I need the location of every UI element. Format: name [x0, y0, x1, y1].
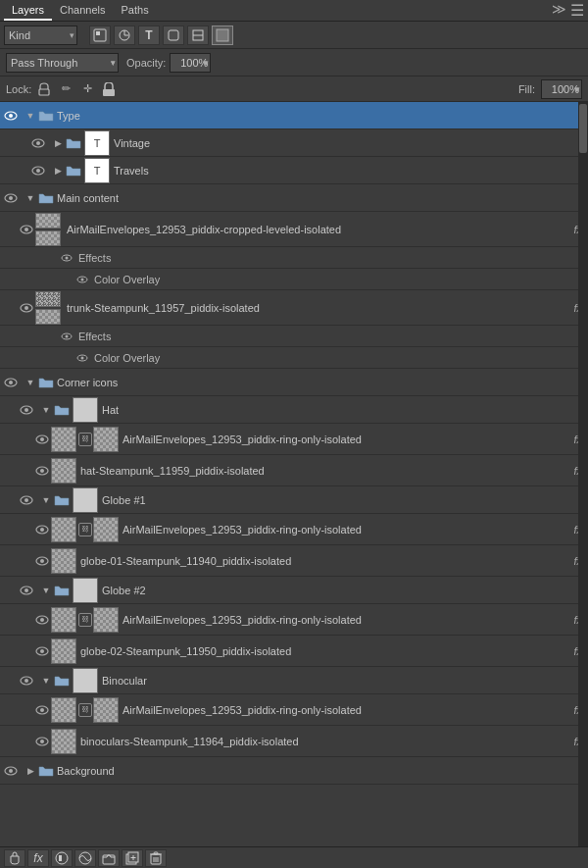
filter-active-icon[interactable] — [212, 26, 233, 45]
overlay-eye-icon[interactable] — [74, 272, 90, 287]
collapse-arrow[interactable]: ▼ — [24, 378, 37, 387]
layer-name: Hat — [102, 404, 586, 416]
create-group-button[interactable] — [98, 849, 120, 867]
collapse-arrow[interactable]: ▶ — [51, 166, 65, 176]
lock-image-icon[interactable]: ✏ — [57, 80, 74, 98]
layer-row[interactable]: AirMailEnvelopes_12953_piddix-cropped-le… — [0, 212, 588, 247]
folder-icon — [37, 107, 55, 125]
panel-options-icon[interactable]: ≫ — [552, 1, 566, 20]
add-style-button[interactable]: fx — [27, 849, 49, 867]
collapse-arrow[interactable]: ▶ — [51, 138, 65, 148]
visibility-toggle[interactable] — [18, 667, 35, 693]
color-overlay-row[interactable]: Color Overlay — [0, 269, 588, 290]
layer-row[interactable]: trunk-Steampunk_11957_piddix-isolated fx — [0, 290, 588, 326]
layer-thumbnail — [35, 213, 61, 229]
collapse-arrow[interactable]: ▼ — [39, 495, 53, 505]
filter-adjustment-icon[interactable] — [114, 26, 135, 45]
layer-name: trunk-Steampunk_11957_piddix-isolated — [67, 302, 571, 314]
collapse-arrow[interactable]: ▼ — [24, 193, 37, 203]
link-layers-button[interactable] — [4, 849, 25, 867]
visibility-toggle[interactable] — [33, 604, 51, 635]
layer-row[interactable]: ▼ Globe #1 — [0, 486, 588, 514]
opacity-input[interactable] — [170, 53, 211, 73]
new-layer-button[interactable] — [122, 849, 143, 867]
effects-eye-icon[interactable] — [59, 250, 74, 266]
tab-channels[interactable]: Channels — [52, 1, 113, 21]
svg-rect-3 — [169, 30, 178, 40]
visibility-toggle[interactable] — [18, 290, 35, 325]
visibility-toggle[interactable] — [2, 757, 20, 784]
layer-row[interactable]: ▼ Main content — [0, 184, 588, 212]
filter-shape-icon[interactable] — [163, 26, 184, 45]
visibility-toggle[interactable] — [33, 424, 51, 454]
visibility-toggle[interactable] — [33, 455, 51, 485]
visibility-toggle[interactable] — [2, 102, 20, 128]
lock-position-icon[interactable]: ✛ — [78, 80, 96, 98]
layer-thumbnail — [73, 578, 98, 603]
tab-paths[interactable]: Paths — [114, 1, 157, 21]
lock-all-icon[interactable] — [100, 80, 118, 98]
layer-row[interactable]: ▼ Binocular — [0, 667, 588, 694]
visibility-toggle[interactable] — [33, 636, 51, 666]
visibility-toggle[interactable] — [33, 545, 51, 576]
add-mask-button[interactable] — [51, 849, 73, 867]
visibility-toggle[interactable] — [29, 157, 47, 183]
layer-row[interactable]: ⛓ AirMailEnvelopes_12953_piddix-ring-onl… — [0, 514, 588, 545]
collapse-arrow[interactable]: ▼ — [39, 586, 53, 595]
kind-select[interactable]: Kind — [4, 26, 77, 45]
layer-row[interactable]: ⛓ AirMailEnvelopes_12953_piddix-ring-onl… — [0, 694, 588, 726]
layer-thumbnail — [51, 697, 76, 723]
filter-type-icon[interactable]: T — [138, 26, 160, 45]
collapse-arrow[interactable]: ▼ — [39, 676, 53, 686]
collapse-arrow[interactable]: ▼ — [39, 405, 53, 415]
visibility-toggle[interactable] — [18, 577, 35, 603]
layer-row[interactable]: ▼ Globe #2 — [0, 577, 588, 604]
add-adjustment-button[interactable] — [74, 849, 96, 867]
panel-menu-icon[interactable]: ☰ — [570, 1, 584, 20]
layer-row[interactable]: hat-Steampunk_11959_piddix-isolated fx — [0, 455, 588, 486]
layer-row[interactable]: ▶ T Travels — [0, 157, 588, 184]
layer-row[interactable]: ▼ Hat — [0, 396, 588, 424]
color-overlay-row[interactable]: Color Overlay — [0, 347, 588, 369]
overlay-eye-icon[interactable] — [74, 350, 90, 366]
svg-point-52 — [40, 708, 44, 712]
layer-row[interactable]: ▶ Background — [0, 757, 588, 785]
effects-eye-icon[interactable] — [59, 329, 74, 344]
visibility-toggle[interactable] — [33, 694, 51, 725]
folder-icon — [53, 672, 71, 689]
visibility-toggle[interactable] — [2, 184, 20, 211]
effects-row[interactable]: Effects — [0, 247, 588, 269]
visibility-toggle[interactable] — [18, 486, 35, 513]
layer-row[interactable]: globe-02-Steampunk_11950_piddix-isolated… — [0, 636, 588, 667]
visibility-toggle[interactable] — [33, 514, 51, 544]
tab-layers[interactable]: Layers — [4, 1, 52, 21]
collapse-arrow[interactable]: ▼ — [24, 111, 37, 121]
effects-row[interactable]: Effects — [0, 326, 588, 347]
layer-thumbnail — [51, 517, 76, 542]
layer-thumbnail-2 — [93, 517, 119, 542]
lock-pixels-icon[interactable] — [35, 80, 53, 98]
layer-row[interactable]: ⛓ AirMailEnvelopes_12953_piddix-ring-onl… — [0, 424, 588, 455]
blend-mode-select[interactable]: Pass Through Normal Multiply Screen — [6, 53, 119, 73]
filter-image-icon[interactable] — [89, 26, 111, 45]
visibility-toggle[interactable] — [29, 129, 47, 156]
svg-rect-67 — [154, 852, 158, 854]
layer-row[interactable]: ▼ Corner icons — [0, 369, 588, 396]
layer-row[interactable]: ▶ T Vintage — [0, 129, 588, 157]
layer-row[interactable]: ▼ Type — [0, 102, 588, 129]
visibility-toggle[interactable] — [2, 369, 20, 395]
layer-row[interactable]: binoculars-Steampunk_11964_piddix-isolat… — [0, 726, 588, 757]
layer-row[interactable]: ⛓ AirMailEnvelopes_12953_piddix-ring-onl… — [0, 604, 588, 636]
visibility-toggle[interactable] — [18, 396, 35, 423]
layer-thumbnail: T — [84, 130, 110, 156]
visibility-toggle[interactable] — [18, 212, 35, 246]
layer-row[interactable]: globe-01-Steampunk_11940_piddix-isolated… — [0, 545, 588, 577]
visibility-toggle[interactable] — [33, 726, 51, 756]
fill-input[interactable] — [541, 79, 582, 99]
effects-label: Effects — [78, 331, 111, 342]
layer-name: Travels — [114, 165, 586, 177]
delete-layer-button[interactable] — [145, 849, 167, 867]
collapse-arrow[interactable]: ▶ — [24, 766, 37, 776]
layer-thumbnail — [73, 668, 98, 693]
filter-smart-icon[interactable] — [187, 26, 209, 45]
